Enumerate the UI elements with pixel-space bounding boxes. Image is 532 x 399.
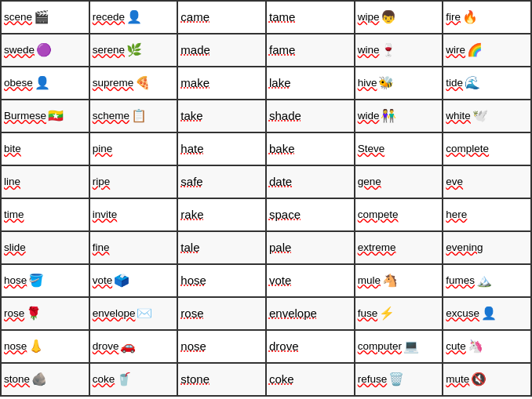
word-cell: wine🍷 (355, 34, 444, 67)
word-cell: time (2, 199, 90, 232)
word-label: refuse (358, 373, 388, 386)
word-cell: Burmese🇲🇲 (2, 100, 90, 133)
word-cell: hate (178, 133, 267, 166)
word-cell: envelope✉️ (90, 298, 179, 331)
word-cell: tale (178, 232, 267, 265)
word-label: here (446, 209, 467, 221)
word-cell: bite (2, 133, 90, 166)
word-label: fire (446, 11, 461, 24)
word-label: compete (358, 209, 399, 221)
word-label: drove (93, 340, 119, 353)
word-cell: wide👫 (355, 100, 444, 133)
word-cell: cute🦄 (443, 331, 532, 364)
word-label: nose (180, 339, 206, 354)
word-image: 👤 (35, 75, 50, 90)
word-image: 🍷 (381, 42, 396, 57)
word-cell: eve (443, 166, 532, 199)
word-label: envelope (93, 307, 136, 320)
word-label: coke (93, 373, 115, 386)
word-label: hate (180, 142, 203, 156)
word-cell: drove🚗 (90, 331, 179, 364)
word-label: invite (93, 209, 118, 221)
word-cell: coke🥤 (90, 364, 179, 397)
word-cell: complete (443, 133, 532, 166)
word-cell: tame (267, 2, 355, 34)
word-cell: coke (267, 364, 355, 397)
word-cell: vote🗳️ (90, 265, 179, 298)
word-cell: scheme📋 (90, 100, 179, 133)
word-cell: drove (267, 331, 355, 364)
word-cell: fuse⚡ (355, 298, 444, 331)
word-label: time (4, 209, 24, 221)
word-label: envelope (269, 307, 317, 321)
word-label: safe (180, 175, 202, 189)
word-cell: pine (90, 133, 179, 166)
word-image: 🗑️ (388, 372, 404, 386)
word-cell: pale (267, 232, 355, 265)
word-label: came (180, 10, 210, 24)
word-cell: fumes🏔️ (443, 265, 532, 298)
word-image: 🪨 (31, 372, 47, 386)
word-image: 🐝 (378, 75, 394, 90)
word-image: 🕊️ (472, 108, 488, 123)
word-label: tide (446, 77, 463, 89)
word-image: 🐴 (382, 273, 398, 288)
word-label: line (4, 176, 20, 188)
word-label: fame (269, 43, 295, 57)
word-label: rose (4, 307, 24, 320)
word-image: 🌈 (467, 42, 483, 57)
word-label: nose (4, 340, 27, 353)
word-image: 🔥 (462, 9, 478, 24)
word-image: 🎬 (34, 9, 49, 24)
word-label: pine (93, 143, 113, 155)
word-label: wide (358, 110, 380, 122)
word-label: eve (446, 176, 463, 188)
word-label: make (180, 76, 210, 90)
word-label: computer (358, 340, 402, 353)
word-cell: compete (355, 199, 444, 232)
word-cell: white🕊️ (443, 100, 532, 133)
word-cell: obese👤 (2, 67, 90, 100)
word-cell: stone🪨 (2, 364, 90, 397)
word-image: 🚗 (120, 339, 136, 354)
word-label: wipe (358, 11, 380, 24)
word-label: evening (446, 241, 483, 254)
word-cell: hose🪣 (2, 265, 90, 298)
word-image: 👤 (481, 306, 497, 321)
word-cell: space (267, 199, 355, 232)
word-label: swede (4, 44, 35, 56)
word-label: supreme (93, 77, 134, 89)
word-image: 🇲🇲 (48, 108, 64, 123)
word-grid: scene🎬recede👤cametamewipe👦fire🔥swede🟣ser… (0, 0, 532, 397)
word-cell: excuse👤 (443, 298, 532, 331)
word-label: wire (446, 44, 465, 56)
word-cell: hose (178, 265, 267, 298)
word-label: shade (269, 109, 301, 123)
word-image: 📋 (131, 108, 147, 123)
word-cell: rose (178, 298, 267, 331)
word-image: ✉️ (137, 306, 152, 321)
word-cell: refuse🗑️ (355, 364, 444, 397)
word-label: gene (358, 176, 381, 188)
word-label: mule (358, 274, 381, 287)
word-image: 👤 (126, 9, 142, 24)
word-cell: hive🐝 (355, 67, 444, 100)
word-label: fumes (446, 274, 475, 287)
word-label: vote (269, 274, 291, 288)
word-label: scene (4, 11, 32, 24)
word-cell: bake (267, 133, 355, 166)
word-cell: nose (178, 331, 267, 364)
word-label: drove (269, 339, 299, 354)
word-cell: supreme🍕 (90, 67, 179, 100)
word-cell: computer💻 (355, 331, 444, 364)
word-cell: line (2, 166, 90, 199)
word-cell: vote (267, 265, 355, 298)
word-cell: wipe👦 (355, 2, 444, 34)
word-label: fuse (358, 307, 378, 320)
word-label: rake (180, 208, 203, 222)
word-label: obese (4, 77, 33, 89)
word-cell: date (267, 166, 355, 199)
word-label: date (269, 175, 292, 189)
word-label: complete (446, 143, 489, 155)
word-cell: rose🌹 (2, 298, 90, 331)
